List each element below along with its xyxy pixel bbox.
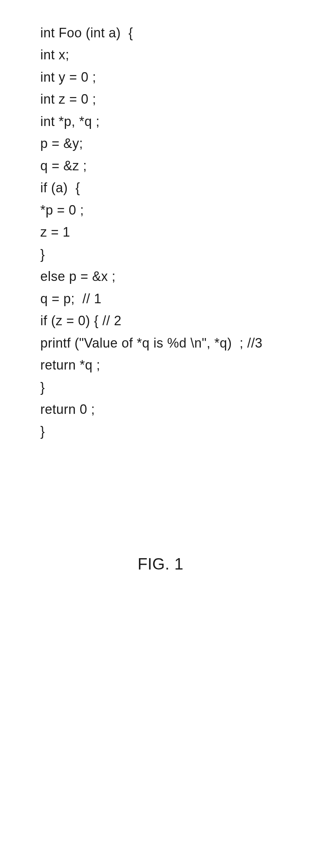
code-line: } [40, 420, 262, 442]
code-line: *p = 0 ; [40, 199, 262, 221]
code-line: int Foo (int a) { [40, 22, 262, 44]
code-line: } [40, 244, 262, 266]
code-line: if (z = 0) { // 2 [40, 310, 262, 332]
code-line: return *q ; [40, 354, 262, 376]
code-line: q = &z ; [40, 155, 262, 177]
code-line: p = &y; [40, 133, 262, 155]
figure-label: FIG. 1 [0, 555, 321, 573]
code-line: } [40, 376, 262, 398]
code-line: if (a) { [40, 177, 262, 199]
code-line: else p = &x ; [40, 266, 262, 288]
code-line: int x; [40, 44, 262, 66]
code-line: return 0 ; [40, 398, 262, 420]
code-line: int y = 0 ; [40, 66, 262, 88]
code-line: q = p; // 1 [40, 288, 262, 310]
code-line: int z = 0 ; [40, 88, 262, 110]
code-line: printf ("Value of *q is %d \n", *q) ; //… [40, 332, 262, 354]
code-listing: int Foo (int a) { int x; int y = 0 ; int… [40, 22, 262, 443]
code-line: int *p, *q ; [40, 111, 262, 133]
code-line: z = 1 [40, 221, 262, 243]
